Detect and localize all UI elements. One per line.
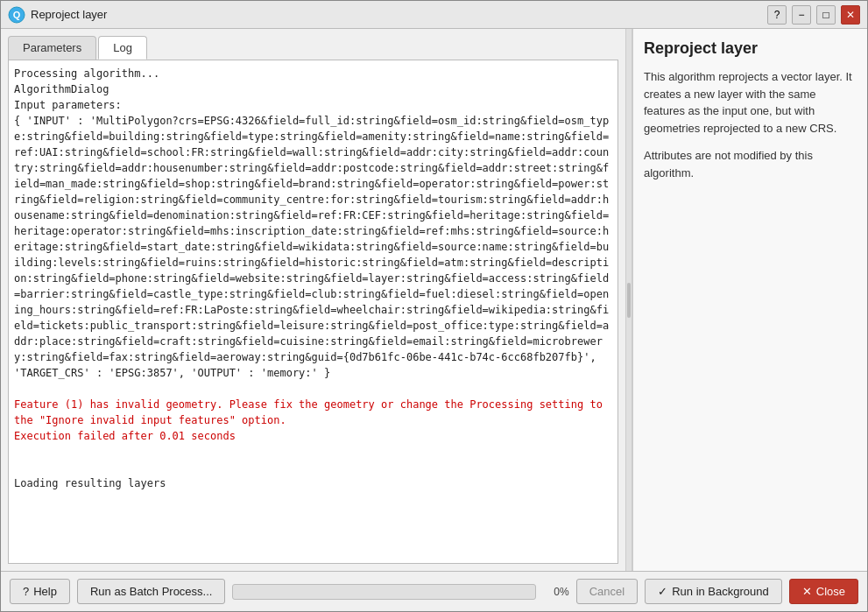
help-icon: ?: [23, 585, 29, 598]
batch-label: Run as Batch Process...: [90, 585, 212, 598]
batch-process-button[interactable]: Run as Batch Process...: [77, 579, 225, 604]
panel-divider[interactable]: [625, 29, 632, 571]
cancel-label: Cancel: [589, 585, 625, 598]
close-button[interactable]: ✕ Close: [789, 579, 858, 604]
tab-parameters[interactable]: Parameters: [8, 36, 96, 60]
svg-text:Q: Q: [13, 10, 21, 20]
help-paragraph1: This algorithm reprojects a vector layer…: [644, 68, 857, 137]
log-area-wrapper: Processing algorithm... AlgorithmDialog …: [8, 60, 618, 564]
tab-bar: Parameters Log: [8, 36, 618, 60]
help-paragraph2: Attributes are not modified by this algo…: [644, 147, 857, 181]
title-bar: Q Reproject layer ? − □ ✕: [1, 1, 867, 29]
window-close-btn[interactable]: ✕: [841, 5, 860, 25]
close-x-icon: ✕: [802, 585, 812, 598]
app-icon: Q: [8, 6, 25, 24]
divider-handle: [627, 283, 631, 318]
run-bg-label: Run in Background: [672, 585, 769, 598]
right-panel: Reproject layer This algorithm reproject…: [632, 29, 867, 571]
bottom-bar: ? Help Run as Batch Process... 0% Cancel…: [1, 571, 867, 611]
minimize-btn[interactable]: −: [792, 5, 811, 25]
cancel-button[interactable]: Cancel: [576, 579, 638, 604]
close-label: Close: [816, 585, 845, 598]
log-text-error1: Feature (1) has invalid geometry. Please…: [14, 398, 609, 442]
window-title: Reproject layer: [31, 8, 107, 21]
checkmark-icon: ✓: [658, 585, 667, 598]
log-area[interactable]: Processing algorithm... AlgorithmDialog …: [9, 60, 617, 563]
progress-label: 0%: [543, 586, 569, 598]
main-window: Q Reproject layer ? − □ ✕ Parameters Log…: [0, 0, 868, 612]
progress-section: 0%: [232, 584, 568, 600]
help-title: Reproject layer: [644, 39, 857, 58]
help-label: Help: [33, 585, 57, 598]
main-content: Parameters Log Processing algorithm... A…: [1, 29, 867, 571]
help-button[interactable]: ? Help: [10, 579, 70, 604]
log-text-normal2: Loading resulting layers: [14, 477, 166, 489]
progress-bar-container: [232, 584, 535, 600]
left-panel: Parameters Log Processing algorithm... A…: [1, 29, 625, 571]
help-title-btn[interactable]: ?: [767, 5, 787, 25]
maximize-btn[interactable]: □: [816, 5, 836, 25]
log-text-normal1: Processing algorithm... AlgorithmDialog …: [14, 67, 609, 379]
tab-log[interactable]: Log: [98, 36, 147, 60]
run-background-button[interactable]: ✓ Run in Background: [645, 579, 782, 604]
